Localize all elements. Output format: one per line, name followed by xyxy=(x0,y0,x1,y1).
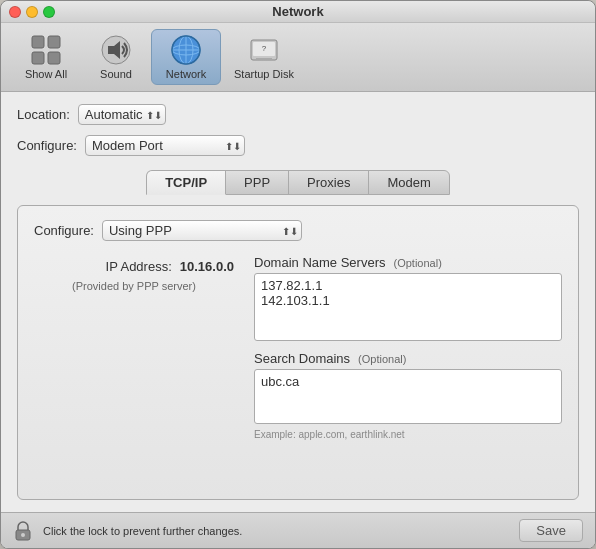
tab-ppp[interactable]: PPP xyxy=(225,170,289,195)
search-example: Example: apple.com, earthlink.net xyxy=(254,429,562,440)
disk-icon: ? xyxy=(248,34,280,66)
svg-rect-2 xyxy=(32,52,44,64)
bottom-bar: Click the lock to prevent further change… xyxy=(1,512,595,548)
lock-text: Click the lock to prevent further change… xyxy=(43,525,509,537)
toolbar-item-show-all[interactable]: Show All xyxy=(11,29,81,85)
location-select[interactable]: Automatic Home Work xyxy=(78,104,166,125)
main-window: Network Show All xyxy=(0,0,596,549)
tab-strip: TCP/IP PPP Proxies Modem xyxy=(17,170,579,195)
configure-outer-label: Configure: xyxy=(17,138,77,153)
configure-outer-row: Configure: Modem Port Built-in Ethernet … xyxy=(17,135,579,156)
search-optional: (Optional) xyxy=(358,353,406,365)
svg-point-17 xyxy=(21,533,25,537)
ip-address-value: 10.16.0.0 xyxy=(180,259,234,274)
dns-block: Domain Name Servers (Optional) 137.82.1.… xyxy=(254,255,562,341)
search-domains-textarea[interactable]: ubc.ca xyxy=(254,369,562,424)
svg-rect-15 xyxy=(256,58,272,59)
search-header: Search Domains (Optional) xyxy=(254,351,562,366)
lock-icon[interactable] xyxy=(13,521,33,541)
tab-modem[interactable]: Modem xyxy=(368,170,449,195)
svg-text:?: ? xyxy=(262,44,267,53)
ip-row: IP Address: 10.16.0.0 xyxy=(34,259,234,274)
svg-rect-3 xyxy=(48,52,60,64)
close-button[interactable] xyxy=(9,6,21,18)
ip-address-label: IP Address: xyxy=(106,259,172,274)
search-domains-block: Search Domains (Optional) ubc.ca Example… xyxy=(254,351,562,440)
dns-optional: (Optional) xyxy=(394,257,442,269)
dns-title: Domain Name Servers xyxy=(254,255,386,270)
search-domains-title: Search Domains xyxy=(254,351,350,366)
ip-address-section: IP Address: 10.16.0.0 (Provided by PPP s… xyxy=(34,255,234,440)
right-section: Domain Name Servers (Optional) 137.82.1.… xyxy=(254,255,562,440)
ip-address-sub: (Provided by PPP server) xyxy=(34,280,234,292)
title-bar: Network xyxy=(1,1,595,23)
location-select-wrapper: Automatic Home Work ⬆⬇ xyxy=(78,104,166,125)
tab-proxies[interactable]: Proxies xyxy=(288,170,369,195)
inner-panel: Configure: Using PPP Manually Using DHCP… xyxy=(17,205,579,500)
save-button[interactable]: Save xyxy=(519,519,583,542)
inner-configure-row: Configure: Using PPP Manually Using DHCP… xyxy=(34,220,562,241)
content-area: Location: Automatic Home Work ⬆⬇ Configu… xyxy=(1,92,595,512)
toolbar-item-network[interactable]: Network xyxy=(151,29,221,85)
svg-rect-0 xyxy=(32,36,44,48)
toolbar-label-startup-disk: Startup Disk xyxy=(234,68,294,80)
toolbar-item-startup-disk[interactable]: ? Startup Disk xyxy=(221,29,307,85)
tab-tcp-ip[interactable]: TCP/IP xyxy=(146,170,226,195)
inner-configure-label: Configure: xyxy=(34,223,94,238)
toolbar-item-sound[interactable]: Sound xyxy=(81,29,151,85)
window-title: Network xyxy=(272,4,323,19)
configure-outer-select-wrapper: Modem Port Built-in Ethernet Airport ⬆⬇ xyxy=(85,135,245,156)
dns-textarea[interactable]: 137.82.1.1 142.103.1.1 xyxy=(254,273,562,341)
sound-icon xyxy=(100,34,132,66)
location-row: Location: Automatic Home Work ⬆⬇ xyxy=(17,104,579,125)
svg-rect-1 xyxy=(48,36,60,48)
toolbar-label-network: Network xyxy=(166,68,206,80)
toolbar-label-show-all: Show All xyxy=(25,68,67,80)
configure-outer-select[interactable]: Modem Port Built-in Ethernet Airport xyxy=(85,135,245,156)
toolbar-label-sound: Sound xyxy=(100,68,132,80)
traffic-lights xyxy=(9,6,55,18)
panel-body: IP Address: 10.16.0.0 (Provided by PPP s… xyxy=(34,255,562,440)
inner-configure-select[interactable]: Using PPP Manually Using DHCP xyxy=(102,220,302,241)
minimize-button[interactable] xyxy=(26,6,38,18)
toolbar: Show All Sound xyxy=(1,23,595,92)
globe-icon xyxy=(170,34,202,66)
location-label: Location: xyxy=(17,107,70,122)
dns-header: Domain Name Servers (Optional) xyxy=(254,255,562,270)
grid-icon xyxy=(30,34,62,66)
inner-configure-select-wrapper: Using PPP Manually Using DHCP ⬆⬇ xyxy=(102,220,302,241)
maximize-button[interactable] xyxy=(43,6,55,18)
